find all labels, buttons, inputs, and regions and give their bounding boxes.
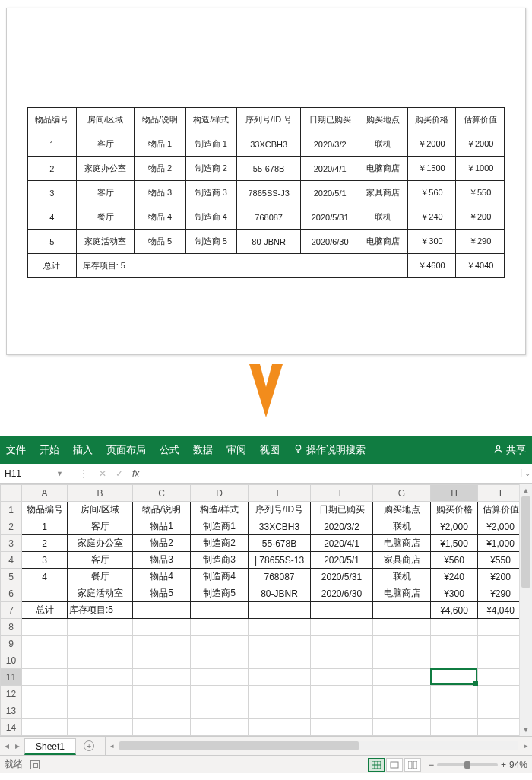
ribbon-tab-home[interactable]: 开始	[40, 443, 59, 457]
cell[interactable]: ¥2,000	[431, 518, 478, 535]
page-layout-view-button[interactable]	[386, 758, 403, 772]
cell[interactable]	[22, 702, 68, 719]
cell[interactable]: 客厅	[68, 518, 133, 535]
cell[interactable]: ¥4,600	[431, 602, 478, 619]
cell[interactable]	[249, 619, 311, 636]
cell[interactable]: 2020/5/31	[311, 569, 373, 585]
cell[interactable]: 电脑商店	[373, 585, 431, 602]
cell[interactable]	[133, 602, 191, 619]
tab-nav-next-icon[interactable]: ▸	[15, 740, 20, 751]
cell[interactable]	[373, 702, 431, 719]
cell[interactable]: 物品编号	[22, 502, 68, 518]
cell[interactable]: ¥1,000	[478, 535, 520, 552]
cell[interactable]: 估算价值	[478, 502, 520, 518]
sheet-tab-sheet1[interactable]: Sheet1	[24, 738, 76, 755]
zoom-out-icon[interactable]: −	[429, 759, 434, 770]
cell[interactable]	[191, 669, 249, 686]
cell[interactable]: 4	[22, 569, 68, 585]
cell[interactable]	[68, 719, 133, 736]
cell[interactable]: ¥240	[431, 569, 478, 585]
cell[interactable]	[373, 652, 431, 669]
cell[interactable]	[478, 719, 520, 736]
cell[interactable]	[191, 686, 249, 702]
zoom-slider[interactable]: − + 94%	[429, 759, 527, 770]
cell[interactable]	[68, 619, 133, 636]
cell[interactable]	[311, 686, 373, 702]
ribbon-tab-view[interactable]: 视图	[260, 443, 280, 457]
cell[interactable]: 33XCBH3	[249, 518, 311, 535]
cell[interactable]: 1	[22, 518, 68, 535]
cell[interactable]	[191, 602, 249, 619]
cell[interactable]	[478, 669, 520, 686]
cell[interactable]: 物品2	[133, 535, 191, 552]
normal-view-button[interactable]	[368, 758, 385, 772]
row-header-3[interactable]: 3	[1, 535, 22, 552]
cell[interactable]: 序列号/ID号	[249, 502, 311, 518]
fx-icon[interactable]: fx	[128, 468, 144, 479]
cell[interactable]	[478, 636, 520, 652]
cell[interactable]: 电脑商店	[373, 535, 431, 552]
col-header-D[interactable]: D	[191, 485, 249, 502]
zoom-thumb[interactable]	[464, 761, 470, 769]
cell[interactable]: 物品4	[133, 569, 191, 585]
cell[interactable]	[133, 669, 191, 686]
cell[interactable]: ¥550	[478, 552, 520, 569]
formula-input[interactable]	[144, 464, 521, 483]
cell[interactable]: 2020/4/1	[311, 535, 373, 552]
cell[interactable]	[191, 619, 249, 636]
col-header-F[interactable]: F	[311, 485, 373, 502]
horizontal-scrollbar[interactable]: ◂ ▸	[105, 737, 532, 755]
cell[interactable]	[191, 702, 249, 719]
cell[interactable]	[431, 719, 478, 736]
cell[interactable]	[311, 636, 373, 652]
scroll-up-icon[interactable]: ▲	[520, 484, 532, 496]
ribbon-tab-file[interactable]: 文件	[6, 443, 26, 457]
cell[interactable]	[22, 636, 68, 652]
ribbon-tab-formulas[interactable]: 公式	[160, 443, 179, 457]
cell[interactable]	[478, 686, 520, 702]
name-box[interactable]: H11 ▼	[0, 464, 68, 483]
hscroll-thumb[interactable]	[119, 741, 359, 750]
cell[interactable]: 2020/6/30	[311, 585, 373, 602]
cell[interactable]	[373, 669, 431, 686]
expand-icon[interactable]: ⌄	[521, 469, 532, 477]
col-header-A[interactable]: A	[22, 485, 68, 502]
cell[interactable]: | 78655S-13	[249, 552, 311, 569]
cell[interactable]: 总计	[22, 602, 68, 619]
row-header-1[interactable]: 1	[1, 502, 22, 518]
spreadsheet-grid[interactable]: A B C D E F G H I 1物品编号房间/区域物品/说明构造/样式序列…	[0, 484, 519, 736]
cell[interactable]	[249, 686, 311, 702]
cell[interactable]: 日期已购买	[311, 502, 373, 518]
cell[interactable]	[68, 652, 133, 669]
cell[interactable]	[133, 652, 191, 669]
ribbon-tab-review[interactable]: 审阅	[226, 443, 246, 457]
col-header-G[interactable]: G	[373, 485, 431, 502]
scroll-right-icon[interactable]: ▸	[520, 742, 532, 750]
cell[interactable]	[373, 686, 431, 702]
cell[interactable]: 2020/3/2	[311, 518, 373, 535]
ribbon-tab-layout[interactable]: 页面布局	[106, 443, 146, 457]
cell[interactable]	[249, 669, 311, 686]
cell[interactable]	[373, 602, 431, 619]
cell[interactable]: 55-678B	[249, 535, 311, 552]
row-header-9[interactable]: 9	[1, 636, 22, 652]
cell[interactable]	[133, 719, 191, 736]
cell[interactable]	[431, 702, 478, 719]
col-header-B[interactable]: B	[68, 485, 133, 502]
cell[interactable]: ¥4,040	[478, 602, 520, 619]
add-sheet-button[interactable]: +	[81, 737, 97, 755]
cell[interactable]: 制造商3	[191, 552, 249, 569]
tell-me[interactable]: 操作说明搜索	[293, 443, 366, 457]
cell[interactable]	[68, 669, 133, 686]
cell[interactable]	[22, 719, 68, 736]
cancel-icon[interactable]: ✕	[94, 468, 111, 479]
cell[interactable]	[431, 652, 478, 669]
cell[interactable]: 制造商1	[191, 518, 249, 535]
row-header-8[interactable]: 8	[1, 619, 22, 636]
cell[interactable]	[478, 652, 520, 669]
cell[interactable]: 联机	[373, 518, 431, 535]
cell[interactable]: 物品/说明	[133, 502, 191, 518]
row-header-14[interactable]: 14	[1, 719, 22, 736]
cell[interactable]: 80-JBNR	[249, 585, 311, 602]
row-header-11[interactable]: 11	[1, 669, 22, 686]
